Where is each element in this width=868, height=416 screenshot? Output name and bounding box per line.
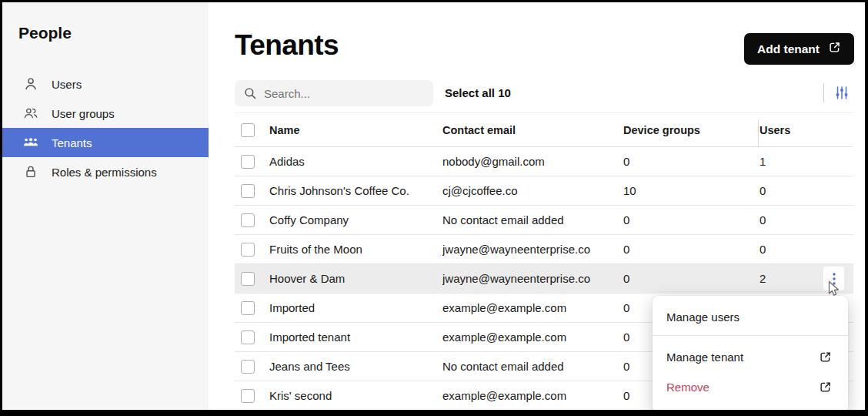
tenant-contact-email: example@example.com bbox=[442, 301, 623, 314]
tenant-users: 0 bbox=[760, 184, 853, 197]
tenant-name: Jeans and Tees bbox=[269, 360, 442, 373]
column-header-device-groups[interactable]: Device groups bbox=[623, 124, 760, 136]
row-checkbox[interactable] bbox=[241, 184, 255, 198]
tenant-contact-email: No contact email added bbox=[442, 360, 623, 373]
app-window: People Users bbox=[0, 0, 868, 416]
tenant-contact-email: nobody@gmail.com bbox=[442, 155, 623, 168]
tenant-name: Fruits of the Moon bbox=[269, 243, 442, 256]
menu-item-label: Manage tenant bbox=[666, 351, 743, 364]
menu-divider bbox=[653, 335, 848, 336]
tenant-device-groups: 0 bbox=[623, 213, 760, 226]
lock-icon bbox=[22, 163, 39, 180]
sidebar-item-label: Roles & permissions bbox=[52, 166, 157, 179]
sidebar-item-tenants[interactable]: Tenants bbox=[2, 128, 209, 157]
select-all-checkbox[interactable] bbox=[241, 123, 255, 137]
column-divider bbox=[758, 119, 759, 147]
menu-item-manage-users[interactable]: Manage users bbox=[653, 300, 848, 333]
tenant-users: 0 bbox=[760, 243, 853, 256]
menu-item-manage-tenant[interactable]: Manage tenant bbox=[653, 342, 848, 372]
external-link-icon bbox=[828, 41, 841, 57]
menu-item-label: Remove bbox=[666, 381, 709, 394]
sidebar-title: People bbox=[18, 24, 72, 42]
row-checkbox[interactable] bbox=[241, 155, 255, 169]
sidebar-item-user-groups[interactable]: User groups bbox=[2, 99, 209, 128]
row-checkbox[interactable] bbox=[241, 243, 255, 257]
tenant-users: 0 bbox=[760, 213, 853, 226]
table-row-hovered[interactable]: Hoover & Dam jwayne@wayneenterprise.co 0… bbox=[235, 264, 853, 294]
sidebar-item-label: User groups bbox=[52, 107, 115, 120]
external-link-icon bbox=[819, 351, 832, 364]
sidebar: People Users bbox=[2, 2, 209, 410]
row-checkbox[interactable] bbox=[241, 272, 255, 286]
tenant-contact-email: No contact email added bbox=[442, 213, 623, 226]
page-title: Tenants bbox=[235, 29, 339, 62]
sidebar-nav: Users User groups bbox=[2, 69, 209, 186]
menu-item-label: Manage users bbox=[666, 310, 739, 324]
add-tenant-label: Add tenant bbox=[757, 42, 820, 56]
tenant-device-groups: 0 bbox=[623, 272, 760, 285]
external-link-icon bbox=[819, 381, 832, 394]
column-header-users[interactable]: Users bbox=[760, 124, 853, 136]
add-tenant-button[interactable]: Add tenant bbox=[744, 33, 854, 65]
tenant-device-groups: 0 bbox=[623, 155, 760, 168]
sidebar-item-roles-permissions[interactable]: Roles & permissions bbox=[2, 157, 209, 186]
tenant-users: 1 bbox=[760, 155, 853, 168]
tenant-contact-email: example@example.com bbox=[442, 330, 623, 344]
user-group-icon bbox=[22, 105, 39, 122]
tenant-name: Adidas bbox=[269, 155, 442, 168]
tenant-name: Hoover & Dam bbox=[269, 272, 442, 285]
sidebar-item-label: Users bbox=[52, 78, 82, 91]
sidebar-item-users[interactable]: Users bbox=[2, 69, 209, 99]
table-row[interactable]: Chris Johnson's Coffee Co. cj@cjcoffee.c… bbox=[235, 176, 853, 206]
tenant-name: Imported tenant bbox=[269, 330, 442, 344]
row-checkbox[interactable] bbox=[241, 301, 255, 315]
tenant-name: Coffy Company bbox=[269, 213, 442, 226]
menu-item-remove[interactable]: Remove bbox=[653, 372, 848, 402]
user-icon bbox=[22, 75, 39, 92]
column-header-name[interactable]: Name bbox=[269, 124, 442, 136]
kebab-vertical-icon bbox=[833, 273, 836, 285]
filter-sliders-icon bbox=[834, 85, 850, 101]
row-checkbox[interactable] bbox=[241, 330, 255, 344]
filter-button[interactable] bbox=[833, 83, 851, 102]
tenant-name: Kris' second bbox=[269, 389, 442, 402]
tenants-people-icon bbox=[22, 134, 39, 151]
tenant-device-groups: 10 bbox=[623, 184, 760, 197]
search-box[interactable] bbox=[235, 80, 433, 106]
search-icon bbox=[243, 86, 257, 100]
table-row[interactable]: Coffy Company No contact email added 0 0 bbox=[235, 206, 853, 235]
tenant-contact-email: jwayne@wayneenterprise.co bbox=[442, 272, 623, 285]
select-all-link[interactable]: Select all 10 bbox=[445, 86, 511, 99]
table-row[interactable]: Fruits of the Moon jwayne@wayneenterpris… bbox=[235, 235, 853, 264]
filter-area bbox=[823, 83, 851, 102]
tenant-name: Chris Johnson's Coffee Co. bbox=[269, 184, 442, 197]
column-header-contact-email[interactable]: Contact email bbox=[442, 124, 623, 136]
tenant-contact-email: cj@cjcoffee.co bbox=[442, 184, 623, 197]
search-input[interactable] bbox=[264, 87, 425, 100]
table-row[interactable]: Adidas nobody@gmail.com 0 1 bbox=[235, 147, 853, 176]
main-content: Tenants Add tenant Select all 10 bbox=[209, 2, 865, 410]
sidebar-item-label: Tenants bbox=[52, 136, 92, 149]
row-actions-kebab-button[interactable] bbox=[823, 267, 844, 290]
tenant-contact-email: example@example.com bbox=[442, 389, 623, 402]
table-header-row: Name Contact email Device groups Users bbox=[235, 113, 853, 147]
toolbar-divider bbox=[823, 83, 824, 102]
row-checkbox[interactable] bbox=[241, 389, 255, 403]
row-checkbox[interactable] bbox=[241, 360, 255, 374]
tenant-device-groups: 0 bbox=[623, 243, 760, 256]
tenant-contact-email: jwayne@wayneenterprise.co bbox=[442, 243, 623, 256]
tenant-name: Imported bbox=[269, 301, 442, 314]
row-context-menu: Manage users Manage tenant Remove bbox=[653, 296, 848, 413]
row-checkbox[interactable] bbox=[241, 213, 255, 227]
